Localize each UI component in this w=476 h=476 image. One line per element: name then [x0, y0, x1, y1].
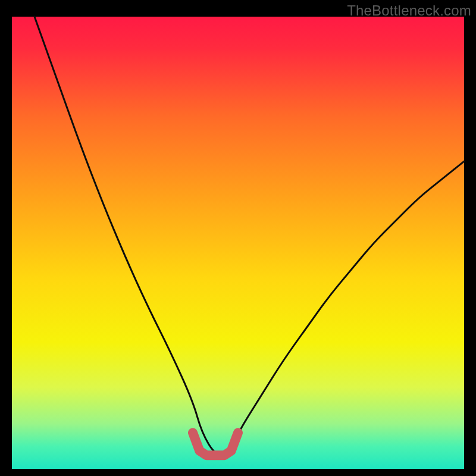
- watermark-text: TheBottleneck.com: [347, 2, 471, 19]
- bottleneck-chart: [0, 0, 476, 476]
- plot-background: [12, 17, 464, 469]
- frame-right: [464, 0, 476, 476]
- frame-left: [0, 0, 12, 476]
- frame-bottom: [0, 469, 476, 476]
- chart-container: TheBottleneck.com: [0, 0, 476, 476]
